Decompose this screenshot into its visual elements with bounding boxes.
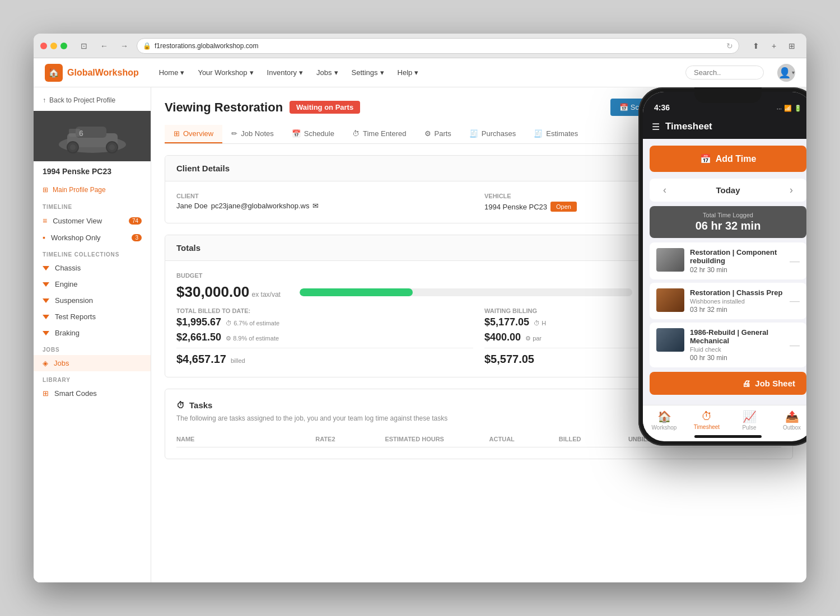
tab-job-notes-label: Job Notes xyxy=(241,129,274,138)
tab-estimates[interactable]: 🧾 Estimates xyxy=(525,125,587,143)
totals-card: Totals Budget $30,000.00 ex tax/vat xyxy=(165,235,793,377)
refresh-icon[interactable]: ↻ xyxy=(726,41,733,50)
col-estimated: Estimated Hours xyxy=(385,436,489,442)
nav-jobs[interactable]: Jobs ▾ xyxy=(316,68,338,77)
sidebar-workshop-only[interactable]: ▪ Workshop Only 3 xyxy=(34,229,151,246)
client-label: Client xyxy=(176,193,473,199)
budget-percent-symbol: % xyxy=(673,284,685,300)
nav-workshop-chevron: ▾ xyxy=(250,68,254,77)
nav-inventory-chevron: ▾ xyxy=(299,68,303,77)
waiting-row-1: $5,177.05 ⏱ H xyxy=(484,316,781,328)
tasks-table-header: Name Rate2 Estimated Hours Actual Billed… xyxy=(176,431,781,447)
app-content: 🏠 GlobalWorkshop Home ▾ Your Workshop ▾ … xyxy=(34,58,806,582)
sidebar-customer-view[interactable]: ≡ Customer View 74 xyxy=(34,212,151,229)
sidebar-braking[interactable]: Braking xyxy=(34,325,151,341)
nav-home-label: Home xyxy=(159,68,179,77)
sidebar-library-section: LIBRARY xyxy=(34,371,151,385)
jobs-label: Jobs xyxy=(54,359,69,367)
nav-avatar[interactable]: 👤 ▾ xyxy=(777,64,795,82)
maximize-btn[interactable] xyxy=(60,43,67,49)
waiting-billing-label: Waiting billing xyxy=(484,307,781,314)
waiting-total-amount: $5,577.05 xyxy=(484,353,534,366)
nav-help[interactable]: Help ▾ xyxy=(398,68,419,77)
billed-meta-2: ⚙ 8.9% of estimate xyxy=(226,335,279,342)
job-details-label: Hour Job Details xyxy=(730,103,784,111)
vehicle-label: Vehicle xyxy=(484,193,781,199)
client-details-grid: Client Jane Doe pc23jane@globalworkshop.… xyxy=(176,193,781,212)
job-sheet-icon: 🖨 xyxy=(742,379,750,388)
billed-total-label: billed xyxy=(231,357,245,364)
nav-your-workshop-label: Your Workshop xyxy=(198,68,247,77)
sidebar-smart-codes[interactable]: ⊞ Smart Codes xyxy=(34,385,151,402)
sidebar-main-profile[interactable]: ⊞ Main Profile Page xyxy=(34,181,151,198)
nav-help-chevron: ▾ xyxy=(414,68,418,77)
page-title: Viewing Restoration xyxy=(165,100,283,115)
tab-schedule[interactable]: 📅 Schedule xyxy=(283,125,343,143)
sidebar-chassis[interactable]: Chassis xyxy=(34,260,151,276)
vehicle-value: 1994 Penske PC23 Open xyxy=(484,202,781,212)
browser-actions: ⬆ + ⊞ xyxy=(748,38,800,54)
smart-codes-label: Smart Codes xyxy=(54,389,97,398)
address-bar[interactable]: 🔒 f1restorations.globalworkshop.com ↻ xyxy=(137,38,739,54)
chassis-label: Chassis xyxy=(55,264,81,272)
nav-settings[interactable]: Settings ▾ xyxy=(352,68,384,77)
sidebar-engine[interactable]: Engine xyxy=(34,276,151,292)
waiting-meta-2: ⚙ par xyxy=(525,335,542,342)
share-btn[interactable]: ⬆ xyxy=(748,38,764,54)
minimize-btn[interactable] xyxy=(50,43,57,49)
billing-grid: Total billed to date: $1,995.67 ⏱ 6.7% o… xyxy=(176,307,781,366)
nav-search-input[interactable] xyxy=(685,66,764,80)
tab-overview[interactable]: ⊞ Overview xyxy=(165,125,222,143)
schedule-dashboard-btn[interactable]: 📅 Schedule Dashboard xyxy=(610,99,707,116)
project-image: 6 xyxy=(34,111,151,161)
job-details-btn[interactable]: ⏱ Hour Job Details xyxy=(712,99,793,116)
nav-inventory[interactable]: Inventory ▾ xyxy=(267,68,303,77)
client-value: Jane Doe pc23jane@globalworkshop.ws ✉ xyxy=(176,202,473,210)
waiting-row-2: $400.00 ⚙ par xyxy=(484,332,781,343)
open-vehicle-btn[interactable]: Open xyxy=(550,202,577,212)
overview-icon: ⊞ xyxy=(174,129,180,138)
waiting-total-row: $5,577.05 xyxy=(484,348,781,366)
triangle-icon-test-reports xyxy=(43,315,49,319)
col-rate: Rate2 xyxy=(315,436,385,442)
nav-home[interactable]: Home ▾ xyxy=(159,68,185,77)
forward-btn[interactable]: → xyxy=(116,38,132,54)
close-btn[interactable] xyxy=(40,43,47,49)
tab-purchases[interactable]: 🧾 Purchases xyxy=(460,125,525,143)
tab-overview-btn[interactable]: ⊞ xyxy=(784,38,800,54)
battery-icon: 🔋 xyxy=(794,105,802,112)
triangle-icon-suspension xyxy=(43,298,49,303)
engine-label: Engine xyxy=(55,280,77,288)
billed-amount-2: $2,661.50 xyxy=(176,332,221,343)
workshop-only-label: Workshop Only xyxy=(51,234,101,242)
svg-text:6: 6 xyxy=(79,129,83,138)
time-icon: ⏱ xyxy=(352,129,360,138)
nav-jobs-chevron: ▾ xyxy=(334,68,338,77)
budget-big-num: $30,000.00 xyxy=(176,283,249,300)
budget-bar-fill xyxy=(300,288,413,296)
tab-overview-label: Overview xyxy=(183,129,213,138)
nav-your-workshop[interactable]: Your Workshop ▾ xyxy=(198,68,253,77)
sidebar-back-link[interactable]: ↑ Back to Project Profile xyxy=(34,96,151,111)
nav-home-chevron: ▾ xyxy=(180,68,184,77)
sidebar-test-reports[interactable]: Test Reports xyxy=(34,309,151,325)
sidebar-jobs-item[interactable]: ◈ Jobs xyxy=(34,355,151,371)
smart-codes-icon: ⊞ xyxy=(43,389,49,398)
sidebar-suspension[interactable]: Suspension xyxy=(34,292,151,309)
new-tab-btn[interactable]: + xyxy=(766,38,782,54)
tab-time-entered[interactable]: ⏱ Time Entered xyxy=(343,125,416,143)
tasks-title: Tasks xyxy=(189,400,212,410)
job-details-icon: ⏱ xyxy=(721,103,728,111)
billed-total-amount: $4,657.17 xyxy=(176,353,226,366)
nav-inventory-label: Inventory xyxy=(267,68,297,77)
tab-job-notes[interactable]: ✏ Job Notes xyxy=(222,125,283,143)
triangle-icon-chassis xyxy=(43,266,49,270)
budget-bar-track xyxy=(300,288,632,296)
sidebar-toggle-btn[interactable]: ⊡ xyxy=(76,38,92,54)
tasks-card: ⏱ Tasks The following are tasks assigned… xyxy=(165,389,793,459)
job-sheet-label: Job Sheet xyxy=(755,379,795,388)
budget-label: Budget xyxy=(176,272,781,279)
back-btn[interactable]: ← xyxy=(96,38,112,54)
tab-parts[interactable]: ⚙ Parts xyxy=(416,125,460,143)
browser-titlebar: ⊡ ← → 🔒 f1restorations.globalworkshop.co… xyxy=(34,34,806,58)
